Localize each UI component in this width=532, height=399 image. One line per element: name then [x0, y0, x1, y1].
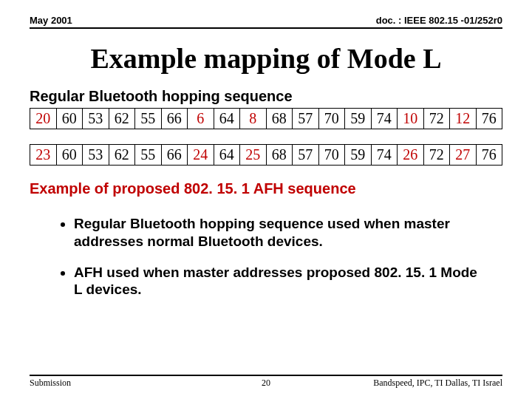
sequence-cell: 6	[188, 109, 214, 129]
sequence-cell: 60	[56, 145, 83, 166]
sequence-cell: 24	[188, 145, 214, 166]
sequence-cell: 12	[450, 109, 477, 129]
sequence-cell: 23	[30, 145, 57, 166]
sequence-cell: 59	[345, 145, 372, 166]
sequence-cell: 74	[371, 145, 398, 166]
sequence-cell: 26	[398, 145, 424, 166]
sequence-cell: 60	[56, 109, 83, 129]
sequence-cell: 66	[161, 145, 188, 166]
sequence-cell: 20	[30, 109, 57, 129]
sequence-cell: 57	[293, 145, 319, 166]
sequence-cell: 76	[476, 109, 502, 129]
header-doc-id: doc. : IEEE 802.15 -01/252r0	[376, 15, 502, 26]
slide-title: Example mapping of Mode L	[30, 42, 502, 75]
sequence-cell: 68	[266, 145, 293, 166]
regular-sequence-table: 2060536255666648685770597410721276	[30, 108, 502, 129]
regular-sequence-label: Regular Bluetooth hopping sequence	[30, 88, 502, 105]
sequence-cell: 8	[240, 109, 267, 129]
sequence-cell: 62	[109, 109, 135, 129]
sequence-cell: 55	[135, 109, 162, 129]
sequence-cell: 10	[398, 109, 424, 129]
slide-footer: Submission 20 Bandspeed, IPC, TI Dallas,…	[30, 375, 502, 389]
sequence-cell: 25	[240, 145, 267, 166]
sequence-cell: 59	[345, 109, 372, 129]
sequence-cell: 64	[214, 109, 240, 129]
sequence-cell: 53	[83, 145, 109, 166]
sequence-cell: 57	[293, 109, 319, 129]
sequence-cell: 72	[423, 145, 450, 166]
sequence-cell: 64	[214, 145, 240, 166]
sequence-cell: 66	[161, 109, 188, 129]
footer-page-number: 20	[30, 378, 502, 389]
sequence-cell: 70	[318, 109, 345, 129]
header-date: May 2001	[30, 15, 72, 26]
sequence-cell: 62	[109, 145, 135, 166]
afh-sequence-table: 236053625566246425685770597426722776	[30, 144, 502, 166]
bullet-item: AFH used when master addresses proposed …	[74, 264, 480, 299]
sequence-cell: 27	[450, 145, 477, 166]
afh-sequence-label: Example of proposed 802. 15. 1 AFH seque…	[30, 180, 502, 197]
sequence-cell: 70	[318, 145, 345, 166]
sequence-cell: 68	[266, 109, 293, 129]
bullet-list: Regular Bluetooth hopping sequence used …	[30, 215, 502, 299]
slide-header: May 2001 doc. : IEEE 802.15 -01/252r0	[30, 15, 502, 29]
sequence-cell: 53	[83, 109, 109, 129]
bullet-item: Regular Bluetooth hopping sequence used …	[74, 215, 480, 250]
sequence-cell: 72	[423, 109, 450, 129]
sequence-cell: 55	[135, 145, 162, 166]
sequence-cell: 76	[476, 145, 502, 166]
sequence-cell: 74	[371, 109, 398, 129]
